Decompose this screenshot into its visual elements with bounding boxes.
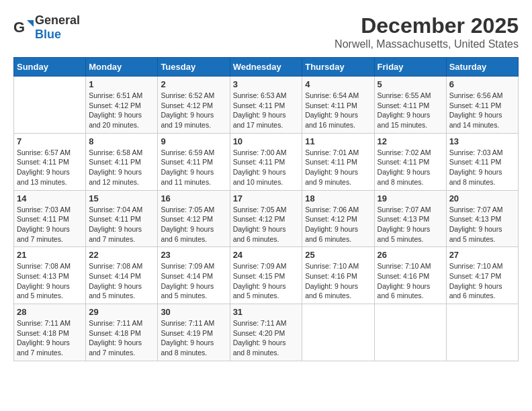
calendar-cell: 26Sunrise: 7:10 AM Sunset: 4:16 PM Dayli… bbox=[374, 247, 446, 304]
day-number: 16 bbox=[161, 193, 226, 203]
day-info: Sunrise: 6:54 AM Sunset: 4:11 PM Dayligh… bbox=[305, 91, 371, 130]
day-number: 11 bbox=[305, 136, 371, 146]
day-number: 4 bbox=[305, 79, 371, 89]
calendar-week-1: 7Sunrise: 6:57 AM Sunset: 4:11 PM Daylig… bbox=[14, 133, 519, 190]
day-number: 17 bbox=[233, 193, 300, 203]
day-info: Sunrise: 7:02 AM Sunset: 4:11 PM Dayligh… bbox=[378, 148, 443, 187]
header-monday: Monday bbox=[86, 58, 158, 77]
calendar-cell: 22Sunrise: 7:08 AM Sunset: 4:14 PM Dayli… bbox=[86, 247, 158, 304]
header-saturday: Saturday bbox=[446, 58, 518, 77]
calendar-cell: 20Sunrise: 7:07 AM Sunset: 4:13 PM Dayli… bbox=[446, 190, 518, 247]
day-info: Sunrise: 6:52 AM Sunset: 4:12 PM Dayligh… bbox=[161, 91, 226, 130]
calendar-cell: 27Sunrise: 7:10 AM Sunset: 4:17 PM Dayli… bbox=[446, 247, 518, 304]
day-info: Sunrise: 6:59 AM Sunset: 4:11 PM Dayligh… bbox=[161, 148, 226, 187]
day-number: 14 bbox=[17, 193, 83, 203]
calendar-cell bbox=[302, 304, 374, 361]
day-info: Sunrise: 7:09 AM Sunset: 4:14 PM Dayligh… bbox=[161, 261, 226, 301]
calendar-cell bbox=[374, 304, 446, 361]
day-info: Sunrise: 7:00 AM Sunset: 4:11 PM Dayligh… bbox=[233, 148, 300, 187]
svg-marker-1 bbox=[27, 20, 34, 27]
logo-general: General bbox=[35, 13, 80, 27]
day-number: 19 bbox=[378, 193, 443, 203]
calendar-cell: 31Sunrise: 7:11 AM Sunset: 4:20 PM Dayli… bbox=[230, 304, 302, 361]
logo-icon: G bbox=[13, 17, 34, 38]
title-block: December 2025 Norwell, Massachusetts, Un… bbox=[335, 13, 519, 50]
calendar-week-4: 28Sunrise: 7:11 AM Sunset: 4:18 PM Dayli… bbox=[14, 304, 519, 361]
day-number: 20 bbox=[449, 193, 515, 203]
month-title: December 2025 bbox=[335, 13, 519, 38]
calendar-cell: 12Sunrise: 7:02 AM Sunset: 4:11 PM Dayli… bbox=[374, 133, 446, 190]
day-info: Sunrise: 7:05 AM Sunset: 4:12 PM Dayligh… bbox=[233, 205, 300, 244]
calendar-cell: 28Sunrise: 7:11 AM Sunset: 4:18 PM Dayli… bbox=[14, 304, 86, 361]
day-number: 24 bbox=[233, 250, 300, 260]
day-number: 30 bbox=[161, 307, 226, 317]
day-info: Sunrise: 6:56 AM Sunset: 4:11 PM Dayligh… bbox=[449, 91, 515, 130]
calendar-cell: 6Sunrise: 6:56 AM Sunset: 4:11 PM Daylig… bbox=[446, 77, 518, 134]
calendar-cell: 25Sunrise: 7:10 AM Sunset: 4:16 PM Dayli… bbox=[302, 247, 374, 304]
header-tuesday: Tuesday bbox=[158, 58, 230, 77]
calendar-cell: 18Sunrise: 7:06 AM Sunset: 4:12 PM Dayli… bbox=[302, 190, 374, 247]
day-info: Sunrise: 6:55 AM Sunset: 4:11 PM Dayligh… bbox=[378, 91, 443, 130]
day-number: 18 bbox=[305, 193, 371, 203]
day-number: 12 bbox=[378, 136, 443, 146]
calendar-cell: 4Sunrise: 6:54 AM Sunset: 4:11 PM Daylig… bbox=[302, 77, 374, 134]
calendar-week-0: 1Sunrise: 6:51 AM Sunset: 4:12 PM Daylig… bbox=[14, 77, 519, 134]
day-number: 8 bbox=[89, 136, 154, 146]
calendar-cell: 1Sunrise: 6:51 AM Sunset: 4:12 PM Daylig… bbox=[86, 77, 158, 134]
day-info: Sunrise: 7:08 AM Sunset: 4:13 PM Dayligh… bbox=[17, 261, 83, 301]
day-number: 15 bbox=[89, 193, 154, 203]
day-info: Sunrise: 7:01 AM Sunset: 4:11 PM Dayligh… bbox=[305, 148, 371, 187]
day-number: 26 bbox=[378, 250, 443, 260]
calendar-cell: 5Sunrise: 6:55 AM Sunset: 4:11 PM Daylig… bbox=[374, 77, 446, 134]
day-info: Sunrise: 7:03 AM Sunset: 4:11 PM Dayligh… bbox=[449, 148, 515, 187]
day-info: Sunrise: 7:10 AM Sunset: 4:17 PM Dayligh… bbox=[449, 261, 515, 301]
day-info: Sunrise: 7:07 AM Sunset: 4:13 PM Dayligh… bbox=[378, 205, 443, 244]
page-header: G General Blue December 2025 Norwell, Ma… bbox=[13, 13, 519, 50]
location-title: Norwell, Massachusetts, United States bbox=[335, 38, 519, 50]
calendar-table: SundayMondayTuesdayWednesdayThursdayFrid… bbox=[13, 57, 519, 361]
day-info: Sunrise: 7:03 AM Sunset: 4:11 PM Dayligh… bbox=[17, 205, 83, 244]
calendar-header-row: SundayMondayTuesdayWednesdayThursdayFrid… bbox=[14, 58, 519, 77]
calendar-cell: 15Sunrise: 7:04 AM Sunset: 4:11 PM Dayli… bbox=[86, 190, 158, 247]
day-number: 29 bbox=[89, 307, 154, 317]
day-info: Sunrise: 7:10 AM Sunset: 4:16 PM Dayligh… bbox=[378, 261, 443, 301]
logo: G General Blue bbox=[13, 13, 80, 42]
day-info: Sunrise: 7:11 AM Sunset: 4:18 PM Dayligh… bbox=[89, 318, 154, 358]
day-info: Sunrise: 6:58 AM Sunset: 4:11 PM Dayligh… bbox=[89, 148, 154, 187]
day-info: Sunrise: 7:05 AM Sunset: 4:12 PM Dayligh… bbox=[161, 205, 226, 244]
day-number: 27 bbox=[449, 250, 515, 260]
header-friday: Friday bbox=[374, 58, 446, 77]
day-info: Sunrise: 7:06 AM Sunset: 4:12 PM Dayligh… bbox=[305, 205, 371, 244]
day-number: 2 bbox=[161, 79, 226, 89]
day-number: 25 bbox=[305, 250, 371, 260]
day-info: Sunrise: 7:11 AM Sunset: 4:20 PM Dayligh… bbox=[233, 318, 300, 358]
logo-blue: Blue bbox=[35, 28, 61, 41]
day-number: 28 bbox=[17, 307, 83, 317]
calendar-cell bbox=[14, 77, 86, 134]
day-number: 23 bbox=[161, 250, 226, 260]
calendar-cell: 17Sunrise: 7:05 AM Sunset: 4:12 PM Dayli… bbox=[230, 190, 302, 247]
day-info: Sunrise: 7:09 AM Sunset: 4:15 PM Dayligh… bbox=[233, 261, 300, 301]
calendar-cell: 24Sunrise: 7:09 AM Sunset: 4:15 PM Dayli… bbox=[230, 247, 302, 304]
day-number: 3 bbox=[233, 79, 300, 89]
calendar-cell: 3Sunrise: 6:53 AM Sunset: 4:11 PM Daylig… bbox=[230, 77, 302, 134]
calendar-cell: 9Sunrise: 6:59 AM Sunset: 4:11 PM Daylig… bbox=[158, 133, 230, 190]
header-wednesday: Wednesday bbox=[230, 58, 302, 77]
calendar-cell: 7Sunrise: 6:57 AM Sunset: 4:11 PM Daylig… bbox=[14, 133, 86, 190]
day-number: 1 bbox=[89, 79, 154, 89]
day-number: 22 bbox=[89, 250, 154, 260]
calendar-cell: 11Sunrise: 7:01 AM Sunset: 4:11 PM Dayli… bbox=[302, 133, 374, 190]
day-info: Sunrise: 7:11 AM Sunset: 4:19 PM Dayligh… bbox=[161, 318, 226, 358]
day-info: Sunrise: 6:51 AM Sunset: 4:12 PM Dayligh… bbox=[89, 91, 154, 130]
calendar-cell: 23Sunrise: 7:09 AM Sunset: 4:14 PM Dayli… bbox=[158, 247, 230, 304]
day-info: Sunrise: 6:53 AM Sunset: 4:11 PM Dayligh… bbox=[233, 91, 300, 130]
day-info: Sunrise: 7:08 AM Sunset: 4:14 PM Dayligh… bbox=[89, 261, 154, 301]
calendar-cell: 21Sunrise: 7:08 AM Sunset: 4:13 PM Dayli… bbox=[14, 247, 86, 304]
day-info: Sunrise: 7:07 AM Sunset: 4:13 PM Dayligh… bbox=[449, 205, 515, 244]
calendar-cell: 8Sunrise: 6:58 AM Sunset: 4:11 PM Daylig… bbox=[86, 133, 158, 190]
calendar-cell: 14Sunrise: 7:03 AM Sunset: 4:11 PM Dayli… bbox=[14, 190, 86, 247]
day-info: Sunrise: 7:10 AM Sunset: 4:16 PM Dayligh… bbox=[305, 261, 371, 301]
day-number: 21 bbox=[17, 250, 83, 260]
day-number: 13 bbox=[449, 136, 515, 146]
day-info: Sunrise: 7:04 AM Sunset: 4:11 PM Dayligh… bbox=[89, 205, 154, 244]
